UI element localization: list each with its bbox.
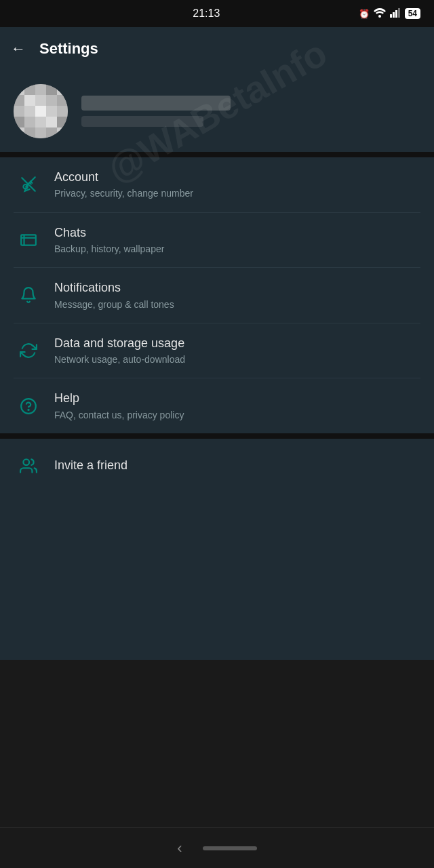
settings-item-help[interactable]: Help FAQ, contact us, privacy policy [0, 378, 434, 433]
avatar [14, 84, 68, 138]
data-label: Data and storage usage [54, 336, 420, 351]
signal-icon [390, 8, 401, 20]
status-icons: ⏰ 54 [359, 8, 420, 20]
notifications-text: Notifications Message, group & call tone… [43, 280, 420, 311]
page-title: Settings [39, 40, 98, 58]
nav-back-button[interactable]: ‹ [177, 840, 182, 857]
status-bar: 21:13 ⏰ 54 [0, 0, 434, 27]
toolbar: ← Settings [0, 27, 434, 71]
svg-rect-4 [398, 8, 400, 18]
help-sublabel: FAQ, contact us, privacy policy [54, 409, 420, 421]
chats-icon [14, 231, 43, 249]
bottom-nav: ‹ [0, 827, 434, 868]
settings-item-account[interactable]: Account Privacy, security, change number [0, 157, 434, 212]
chats-sublabel: Backup, history, wallpaper [54, 243, 420, 255]
svg-rect-1 [390, 14, 392, 18]
data-text: Data and storage usage Network usage, au… [43, 336, 420, 366]
invite-icon [14, 457, 43, 475]
section-divider-2 [0, 433, 434, 439]
battery-level: 54 [405, 8, 420, 19]
account-sublabel: Privacy, security, change number [54, 187, 420, 199]
account-icon [14, 176, 43, 193]
profile-name [81, 96, 231, 111]
notifications-sublabel: Message, group & call tones [54, 298, 420, 311]
profile-info [81, 96, 420, 127]
spacer [0, 660, 434, 827]
data-icon [14, 342, 43, 359]
settings-item-chats[interactable]: Chats Backup, history, wallpaper [0, 213, 434, 268]
settings-item-invite[interactable]: Invite a friend [0, 439, 434, 493]
profile-status [81, 116, 203, 127]
nav-pill [203, 846, 257, 850]
section-divider [0, 152, 434, 157]
svg-line-7 [31, 182, 32, 183]
svg-rect-3 [395, 10, 397, 18]
invite-label: Invite a friend [54, 458, 420, 473]
svg-point-14 [23, 459, 29, 465]
svg-point-0 [378, 15, 381, 18]
data-sublabel: Network usage, auto-download [54, 353, 420, 366]
back-button[interactable]: ← [11, 40, 26, 58]
invite-text: Invite a friend [43, 458, 420, 473]
help-text: Help FAQ, contact us, privacy policy [43, 391, 420, 421]
help-icon [14, 397, 43, 415]
help-label: Help [54, 391, 420, 406]
profile-section[interactable]: @WABetaInfo [0, 71, 434, 152]
alarm-icon: ⏰ [359, 9, 370, 19]
svg-line-8 [30, 183, 31, 184]
notifications-icon [14, 286, 43, 304]
account-label: Account [54, 170, 420, 185]
settings-item-data[interactable]: Data and storage usage Network usage, au… [0, 323, 434, 378]
notifications-label: Notifications [54, 280, 420, 296]
chats-text: Chats Backup, history, wallpaper [43, 225, 420, 256]
wifi-icon [374, 8, 386, 20]
status-time: 21:13 [54, 7, 359, 20]
settings-item-notifications[interactable]: Notifications Message, group & call tone… [0, 268, 434, 323]
account-text: Account Privacy, security, change number [43, 170, 420, 200]
svg-rect-2 [393, 12, 395, 18]
settings-list: Account Privacy, security, change number… [0, 157, 434, 660]
chats-label: Chats [54, 225, 420, 241]
